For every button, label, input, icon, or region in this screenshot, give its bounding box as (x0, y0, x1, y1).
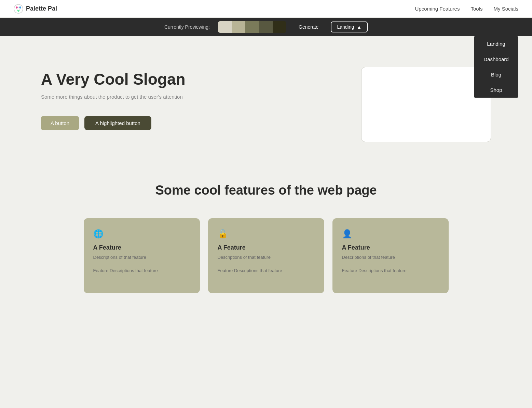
logo-text: Palette Pal (26, 5, 57, 12)
dropdown-dashboard[interactable]: Dashboard (474, 52, 518, 67)
highlighted-button[interactable]: A highlighted button (84, 116, 151, 130)
dropdown-landing[interactable]: Landing (474, 36, 518, 52)
feature-card-1: 🌐 A Feature Descriptions of that feature… (84, 218, 200, 293)
my-socials-link[interactable]: My Socials (493, 6, 518, 12)
landing-dropdown-button[interactable]: Landing ▲ (331, 22, 368, 32)
dropdown-shop[interactable]: Shop (474, 82, 518, 98)
features-section: Some cool features of the web page 🌐 A F… (41, 183, 491, 293)
hero-left: A Very Cool Slogan Some more things abou… (41, 64, 341, 130)
page-type-dropdown: Landing Dashboard Blog Shop (474, 36, 518, 98)
svg-point-4 (17, 8, 20, 10)
toolbar: Currently Previewing: Generate Landing ▲… (0, 18, 532, 36)
hero-section: A Very Cool Slogan Some more things abou… (41, 64, 491, 142)
hero-image-placeholder (361, 67, 491, 142)
upcoming-features-link[interactable]: Upcoming Features (415, 6, 460, 12)
features-title: Some cool features of the web page (41, 183, 491, 198)
dropdown-blog[interactable]: Blog (474, 67, 518, 82)
nav-links: Upcoming Features Tools My Socials (415, 6, 518, 12)
feature-name-3: A Feature (342, 244, 439, 251)
feature-name-1: A Feature (93, 244, 190, 251)
user-icon: 👤 (342, 229, 439, 239)
swatch-1[interactable] (218, 21, 232, 33)
regular-button[interactable]: A button (41, 116, 79, 130)
tools-link[interactable]: Tools (470, 6, 482, 12)
currently-previewing-label: Currently Previewing: (164, 24, 210, 30)
color-swatch-bar[interactable] (218, 21, 286, 33)
hero-buttons: A button A highlighted button (41, 116, 341, 130)
swatch-4[interactable] (259, 21, 273, 33)
navigation: Palette Pal Upcoming Features Tools My S… (0, 0, 532, 18)
unlock-icon: 🔓 (218, 229, 315, 239)
swatch-2[interactable] (232, 21, 245, 33)
feature-card-2: 🔓 A Feature Descriptions of that feature… (208, 218, 324, 293)
main-content: A Very Cool Slogan Some more things abou… (0, 36, 532, 314)
generate-button[interactable]: Generate (295, 22, 323, 32)
feature-desc-3: Descriptions of that feature Feature Des… (342, 254, 439, 274)
hero-title: A Very Cool Slogan (41, 70, 341, 88)
swatch-3[interactable] (245, 21, 259, 33)
feature-card-3: 👤 A Feature Descriptions of that feature… (332, 218, 449, 293)
hero-subtitle: Some more things about the product to ge… (41, 94, 341, 100)
chevron-up-icon: ▲ (357, 24, 362, 30)
feature-name-2: A Feature (218, 244, 315, 251)
feature-desc-2: Descriptions of that feature Feature Des… (218, 254, 315, 274)
globe-icon: 🌐 (93, 229, 190, 239)
logo[interactable]: Palette Pal (14, 4, 57, 14)
palette-pal-logo-icon (14, 4, 23, 14)
features-grid: 🌐 A Feature Descriptions of that feature… (41, 218, 491, 293)
feature-desc-1: Descriptions of that feature Feature Des… (93, 254, 190, 274)
landing-label: Landing (337, 24, 354, 30)
swatch-5[interactable] (273, 21, 286, 33)
